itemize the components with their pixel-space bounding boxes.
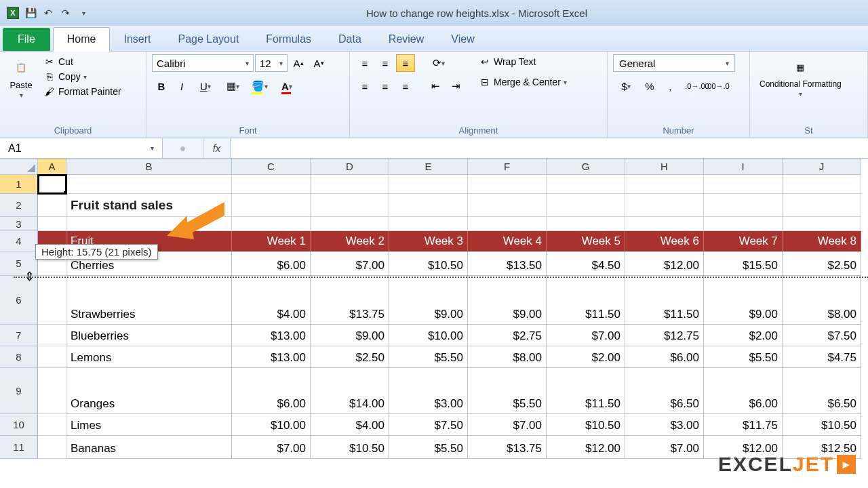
cell[interactable]: $2.75 — [468, 325, 547, 346]
cell[interactable] — [389, 217, 468, 231]
cell[interactable]: $11.75 — [704, 414, 783, 436]
tab-file[interactable]: File — [3, 28, 50, 51]
row-header-11[interactable]: 11 — [0, 436, 38, 459]
align-left-button[interactable]: ≡ — [355, 77, 374, 95]
cell[interactable]: $13.00 — [232, 325, 311, 346]
cell[interactable]: $2.50 — [783, 251, 861, 276]
cell[interactable] — [311, 194, 389, 217]
cell[interactable]: $5.50 — [468, 368, 547, 414]
font-size-selector[interactable]: 12▾ — [255, 54, 288, 72]
cell[interactable]: $11.50 — [625, 276, 704, 325]
cell[interactable] — [468, 194, 547, 217]
cell[interactable] — [66, 175, 232, 194]
col-header-d[interactable]: D — [311, 159, 389, 175]
cell[interactable]: $6.00 — [232, 368, 311, 414]
cell[interactable]: $4.00 — [232, 276, 311, 325]
decrease-decimal-button[interactable]: .00→.0 — [708, 77, 727, 95]
cell[interactable]: $8.00 — [468, 346, 547, 368]
cell[interactable]: $15.50 — [704, 251, 783, 276]
cell[interactable]: $4.50 — [547, 251, 625, 276]
cell[interactable]: $6.50 — [783, 368, 861, 414]
cell[interactable] — [704, 194, 783, 217]
cell[interactable]: $4.00 — [311, 414, 389, 436]
cell[interactable]: $7.50 — [783, 325, 861, 346]
cut-button[interactable]: ✂Cut — [41, 54, 124, 69]
cell[interactable]: $9.00 — [704, 276, 783, 325]
currency-button[interactable]: $ ▾ — [613, 77, 639, 95]
cell[interactable] — [468, 175, 547, 194]
cell[interactable]: $6.00 — [704, 368, 783, 414]
cell[interactable]: $2.00 — [547, 346, 625, 368]
cell[interactable]: Week 4 — [468, 231, 547, 251]
orientation-button[interactable]: ⟳ ▾ — [426, 54, 452, 72]
cell[interactable]: $13.75 — [311, 276, 389, 325]
align-middle-button[interactable]: ≡ — [376, 54, 395, 72]
cell[interactable]: $12.00 — [547, 436, 625, 459]
cell[interactable]: $6.00 — [232, 251, 311, 276]
cell[interactable] — [704, 217, 783, 231]
cell[interactable]: Lemons — [66, 346, 232, 368]
col-header-c[interactable]: C — [232, 159, 311, 175]
font-name-selector[interactable]: Calibri▾ — [152, 54, 254, 72]
cell[interactable] — [232, 175, 311, 194]
cell[interactable] — [625, 217, 704, 231]
cell[interactable]: $3.00 — [389, 368, 468, 414]
cell[interactable]: $3.00 — [625, 414, 704, 436]
tab-review[interactable]: Review — [375, 28, 437, 51]
cell[interactable]: $14.00 — [311, 368, 389, 414]
number-format-selector[interactable]: General▾ — [613, 54, 735, 72]
tab-home[interactable]: Home — [53, 27, 111, 52]
cell[interactable]: $9.00 — [311, 325, 389, 346]
cell[interactable]: $8.00 — [783, 276, 861, 325]
cell[interactable]: Strawberries — [66, 276, 232, 325]
cell[interactable]: $10.50 — [783, 414, 861, 436]
cell[interactable] — [38, 346, 66, 368]
cell[interactable]: $12.00 — [625, 251, 704, 276]
cell[interactable] — [547, 175, 625, 194]
cell[interactable]: $4.75 — [783, 346, 861, 368]
cell[interactable]: $10.50 — [547, 414, 625, 436]
cell[interactable]: $13.75 — [468, 436, 547, 459]
redo-icon[interactable]: ↷ — [58, 5, 73, 20]
cell[interactable] — [38, 414, 66, 436]
cell[interactable]: Week 7 — [704, 231, 783, 251]
cell[interactable]: $11.50 — [547, 276, 625, 325]
copy-button[interactable]: ⎘Copy ▾ — [41, 69, 124, 84]
cell[interactable] — [38, 194, 66, 217]
cell[interactable]: $7.00 — [311, 251, 389, 276]
cell[interactable] — [389, 194, 468, 217]
cell[interactable]: $12.75 — [625, 325, 704, 346]
cell[interactable]: $9.00 — [468, 276, 547, 325]
cell[interactable] — [38, 175, 66, 194]
cell[interactable]: $5.50 — [704, 346, 783, 368]
tab-page-layout[interactable]: Page Layout — [164, 28, 252, 51]
cell[interactable]: Limes — [66, 414, 232, 436]
italic-button[interactable]: I — [172, 77, 191, 95]
cell[interactable]: $7.00 — [547, 325, 625, 346]
bold-button[interactable]: B — [152, 77, 171, 95]
cell[interactable]: Week 2 — [311, 231, 389, 251]
align-right-button[interactable]: ≡ — [396, 77, 415, 95]
cell[interactable] — [704, 175, 783, 194]
qat-customize-icon[interactable]: ▾ — [76, 5, 91, 20]
tab-view[interactable]: View — [437, 28, 488, 51]
cell[interactable] — [468, 217, 547, 231]
cell[interactable]: Week 1 — [232, 231, 311, 251]
cell[interactable]: $6.00 — [625, 346, 704, 368]
cell[interactable] — [547, 217, 625, 231]
cell[interactable]: $11.50 — [547, 368, 625, 414]
cell[interactable] — [38, 325, 66, 346]
grow-font-button[interactable]: A▴ — [289, 54, 308, 72]
cell[interactable]: $7.00 — [232, 436, 311, 459]
row-header-2[interactable]: 2 — [0, 194, 38, 217]
cell[interactable]: Week 8 — [783, 231, 861, 251]
cell[interactable]: $5.50 — [389, 436, 468, 459]
conditional-formatting-button[interactable]: ▦ Conditional Formatting ▾ — [755, 54, 846, 99]
undo-icon[interactable]: ↶ — [41, 5, 56, 20]
cell[interactable] — [232, 217, 311, 231]
cell[interactable] — [38, 436, 66, 459]
save-icon[interactable]: 💾 — [23, 5, 38, 20]
cell[interactable]: $9.00 — [389, 276, 468, 325]
align-center-button[interactable]: ≡ — [376, 77, 395, 95]
col-header-g[interactable]: G — [547, 159, 625, 175]
